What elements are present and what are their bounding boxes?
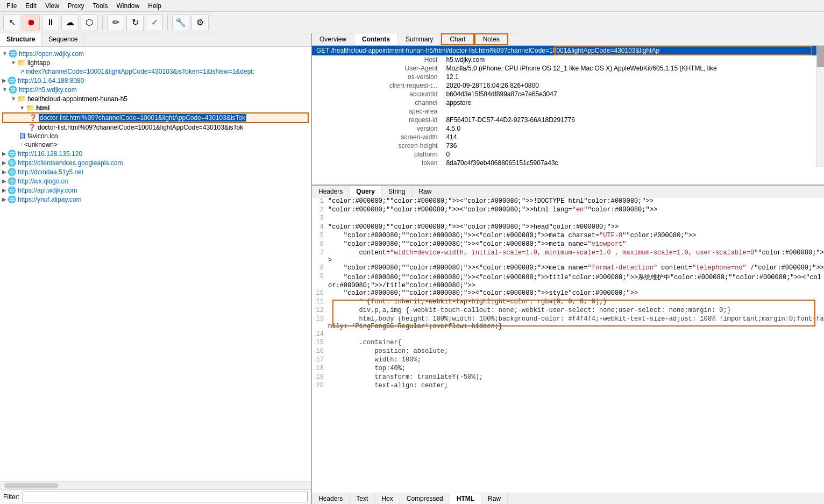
tree-node-10[interactable]: 🖼 favicon.ico (2, 132, 309, 140)
line-number: 11 (312, 298, 328, 306)
edit-button[interactable]: ✏ (107, 14, 124, 31)
expand-icon-7: ▼ (19, 105, 25, 111)
code-section: 1"color:#000080;""color:#000080;">><"col… (312, 197, 824, 493)
tab-overview[interactable]: Overview (312, 33, 354, 45)
header-value: 0 (442, 150, 816, 159)
code-area[interactable]: 1"color:#000080;""color:#000080;">><"col… (312, 197, 824, 493)
header-key: request-id (312, 116, 442, 124)
header-value: 736 (442, 141, 816, 150)
globe-icon-4: 🌐 (8, 76, 16, 84)
code-line: 15 .container{ (312, 339, 824, 347)
filter-input[interactable] (23, 492, 308, 502)
record-button[interactable]: ⏺ (23, 14, 40, 31)
refresh-button[interactable]: ↻ (126, 14, 144, 31)
tree-node-9[interactable]: ❓ doctor-list.html%09?channelCode=10001&… (2, 123, 309, 132)
header-key: token (312, 159, 442, 167)
tab-structure[interactable]: Structure (0, 33, 42, 46)
cloud-button[interactable]: ☁ (61, 14, 79, 31)
toolbar-separator-1 (102, 15, 103, 30)
header-row: token8da70c4f39eb40688065151c5907a43c (312, 159, 816, 167)
arrow-button[interactable]: ↖ (3, 14, 20, 31)
settings-button[interactable]: ⚙ (191, 14, 209, 31)
header-value: 414 (442, 133, 816, 141)
tree-container[interactable]: ▼ 🌐 https://open.wdjky.com ▼ 📁 lightapp … (0, 47, 311, 481)
header-row: User-AgentMozilla/5.0 (iPhone; CPU iPhon… (312, 64, 816, 73)
line-number: 7 (312, 249, 328, 257)
check-button[interactable]: ✓ (146, 14, 163, 31)
header-row: screen-height736 (312, 141, 816, 150)
menu-help[interactable]: Help (144, 1, 166, 11)
tree-node-5[interactable]: ▼ 🌐 https://h5.wdjky.com (2, 85, 309, 94)
tree-node-14[interactable]: ▶ 🌐 http://dcmdaa.51y5.net (2, 167, 309, 176)
sub-tab-string[interactable]: String (382, 186, 412, 197)
line-number: 3 (312, 215, 328, 222)
header-row: spec-area (312, 107, 816, 116)
code-line: 18 top:40%; (312, 365, 824, 373)
tree-node-2[interactable]: ▼ 📁 lightapp (2, 58, 309, 67)
bottom-tab-headers[interactable]: Headers (312, 493, 350, 504)
expand-icon-2: ▼ (11, 60, 16, 66)
code-line: 13 html,body {height: 100%;width: 100%;b… (312, 315, 824, 330)
code-line: 14 (312, 330, 824, 339)
tree-node-7[interactable]: ▼ 📁 html (2, 103, 309, 112)
bottom-tab-hex[interactable]: Hex (375, 493, 400, 504)
right-scrollbar-upper[interactable] (816, 46, 824, 167)
tree-node-3[interactable]: ↗ index?channelCode=10001&lightAppCode=4… (2, 67, 309, 76)
code-line: 8 "color:#000080;""color:#000080;">><"co… (312, 264, 824, 273)
header-row: channelappstore (312, 98, 816, 107)
menu-file[interactable]: File (2, 1, 21, 11)
line-content: "color:#000080;""color:#000080;">><"colo… (328, 289, 824, 297)
node-label-16: https://api.wdjky.com (18, 187, 77, 194)
image-icon-10: 🖼 (19, 132, 26, 140)
menu-proxy[interactable]: Proxy (63, 1, 89, 11)
header-row: version4.5.0 (312, 124, 816, 133)
bottom-tab-text[interactable]: Text (350, 493, 375, 504)
tree-node-15[interactable]: ▶ 🌐 http://wx.qlogo.cn (2, 176, 309, 186)
expand-icon-14: ▶ (2, 169, 6, 175)
node-label-13: https://clientservices.googleapis.com (18, 159, 123, 167)
line-number: 17 (312, 356, 328, 364)
line-content: "color:#000080;""color:#000080;">><"colo… (328, 223, 824, 231)
menu-window[interactable]: Window (112, 1, 144, 11)
tree-node-8[interactable]: ❓ doctor-list.html%09?channelCode=10001&… (2, 112, 309, 123)
tree-node-1[interactable]: ▼ 🌐 https://open.wdjky.com (2, 49, 309, 58)
tree-node-13[interactable]: ▶ 🌐 https://clientservices.googleapis.co… (2, 158, 309, 167)
line-content: .container{ (328, 339, 824, 346)
bottom-tab-raw[interactable]: Raw (481, 493, 508, 504)
tree-node-11[interactable]: ↑ <unknown> (2, 140, 309, 149)
horizontal-scrollbar[interactable] (0, 481, 311, 489)
header-value: h5.wdjky.com (442, 55, 816, 64)
tab-sequence[interactable]: Sequence (42, 33, 84, 46)
tab-summary[interactable]: Summary (398, 33, 441, 45)
expand-icon-16: ▶ (2, 187, 6, 193)
line-number: 19 (312, 373, 328, 381)
tree-node-16[interactable]: ▶ 🌐 https://api.wdjky.com (2, 186, 309, 195)
tree-node-17[interactable]: ▶ 🌐 https://ynuf.alipay.com (2, 195, 309, 204)
sub-tab-raw[interactable]: Raw (412, 186, 438, 197)
menu-view[interactable]: View (41, 1, 63, 11)
pause-button[interactable]: ⏸ (42, 14, 59, 31)
stop-button[interactable]: ⬡ (81, 14, 98, 31)
sub-tab-query[interactable]: Query (350, 186, 382, 197)
node-label-5: https://h5.wdjky.com (19, 86, 77, 94)
tools-button[interactable]: 🔧 (172, 14, 189, 31)
tree-node-4[interactable]: ▶ 🌐 http://10.1.64.188:8080 (2, 76, 309, 85)
tab-contents[interactable]: Contents (354, 33, 398, 45)
hscroll-thumb[interactable] (4, 483, 58, 488)
code-line: 2"color:#000080;""color:#000080;">><"col… (312, 206, 824, 215)
header-value: 2020-09-28T16:04:26.826+0800 (442, 81, 816, 90)
header-value: 4.5.0 (442, 124, 816, 133)
bottom-tab-compressed[interactable]: Compressed (400, 493, 450, 504)
scrollbar-thumb-upper[interactable] (817, 46, 824, 67)
menu-tools[interactable]: Tools (89, 1, 112, 11)
unknown-icon-11: ↑ (19, 141, 23, 148)
tree-node-6[interactable]: ▼ 📁 healthcloud-appointment-hunan-h5 (2, 94, 309, 103)
menu-edit[interactable]: Edit (21, 1, 41, 11)
tree-node-12[interactable]: ▶ 🌐 http://116.128.135.120 (2, 149, 309, 158)
tab-notes[interactable]: Notes (474, 33, 508, 45)
tab-chart[interactable]: Chart (441, 33, 474, 45)
sub-tab-headers[interactable]: Headers (312, 186, 350, 197)
question-icon-8: ❓ (29, 114, 37, 122)
header-key: client-request-t... (312, 81, 442, 90)
bottom-tab-html[interactable]: HTML (450, 493, 481, 504)
